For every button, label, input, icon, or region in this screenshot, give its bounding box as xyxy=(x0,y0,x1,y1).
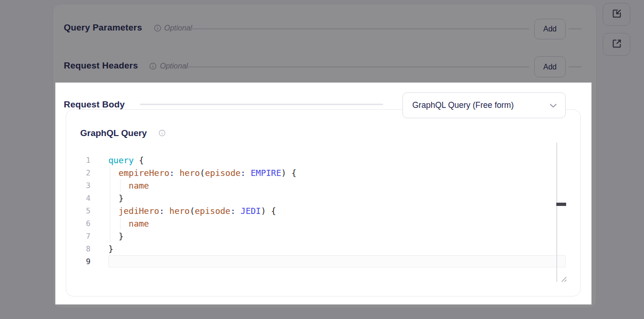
add-request-header-button[interactable]: Add xyxy=(534,56,566,77)
code-text: } xyxy=(108,192,124,205)
divider xyxy=(190,28,529,30)
line-number: 5 xyxy=(66,205,91,217)
line-number: 6 xyxy=(66,217,91,230)
line-number: 7 xyxy=(66,230,91,243)
code-text: } xyxy=(108,243,114,255)
edit-in-button[interactable] xyxy=(603,3,630,26)
code-text: empireHero: hero(episode: EMPIRE) { xyxy=(108,167,296,179)
divider xyxy=(140,104,383,105)
info-icon[interactable] xyxy=(149,62,157,70)
divider xyxy=(188,66,529,68)
line-number: 3 xyxy=(66,179,91,192)
code-line[interactable]: 2 empireHero: hero(episode: EMPIRE) { xyxy=(66,167,580,179)
code-line[interactable]: 3 name xyxy=(66,179,580,192)
scrollbar-track xyxy=(556,143,557,282)
code-line[interactable]: 7 } xyxy=(66,230,580,243)
body-type-value: GraphQL Query (Free form) xyxy=(412,100,514,110)
code-text: query { xyxy=(108,154,144,167)
divider xyxy=(568,66,582,68)
info-icon[interactable] xyxy=(154,24,161,32)
request-body-title: Request Body xyxy=(64,99,125,110)
graphql-editor-panel: GraphQL Query 1query {2 empireHero: hero… xyxy=(66,109,581,296)
info-icon[interactable] xyxy=(159,129,166,137)
resize-grip-icon[interactable] xyxy=(560,275,567,282)
code-line[interactable]: 8} xyxy=(66,243,580,255)
line-number: 4 xyxy=(66,192,91,205)
code-text: } xyxy=(108,230,124,243)
optional-label: Optional xyxy=(160,62,188,70)
open-external-button[interactable] xyxy=(603,33,630,56)
graphql-query-label: GraphQL Query xyxy=(80,128,147,138)
code-line[interactable]: 6 name xyxy=(66,217,580,230)
code-text: name xyxy=(108,179,149,192)
code-text: jediHero: hero(episode: JEDI) { xyxy=(108,205,276,217)
request-headers-title: Request Headers xyxy=(64,61,138,71)
add-query-parameter-button[interactable]: Add xyxy=(534,19,566,39)
optional-label: Optional xyxy=(164,24,192,32)
code-line[interactable]: 1query { xyxy=(66,154,580,167)
scrollbar-thumb[interactable] xyxy=(556,203,566,206)
external-link-icon xyxy=(611,38,623,51)
query-parameters-title: Query Parameters xyxy=(64,23,142,33)
body-type-select[interactable]: GraphQL Query (Free form) xyxy=(402,92,566,118)
line-number: 9 xyxy=(66,255,91,268)
code-line[interactable]: 9 xyxy=(66,255,580,268)
code-line[interactable]: 4 } xyxy=(66,192,580,205)
line-number: 2 xyxy=(66,167,91,179)
graphql-code-editor[interactable]: 1query {2 empireHero: hero(episode: EMPI… xyxy=(66,154,580,268)
code-line[interactable]: 5 jediHero: hero(episode: JEDI) { xyxy=(66,205,580,217)
edit-in-icon xyxy=(611,8,623,21)
line-number: 1 xyxy=(66,154,91,167)
line-number: 8 xyxy=(66,243,91,255)
chevron-down-icon xyxy=(550,101,557,110)
divider xyxy=(568,28,582,30)
code-text: name xyxy=(108,217,149,230)
